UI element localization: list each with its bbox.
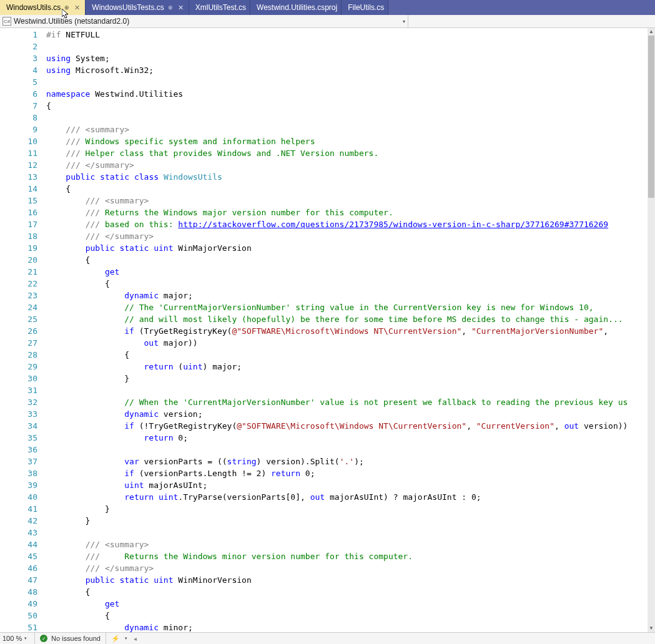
code-line[interactable]: /// <summary> (46, 124, 655, 135)
code-line[interactable]: /// Helper class that provides Windows a… (46, 147, 655, 159)
code-line[interactable]: return 0; (46, 432, 655, 444)
code-line[interactable] (46, 76, 655, 88)
caret-left-icon[interactable]: ◂ (131, 635, 137, 642)
tab-windowsutilstests[interactable]: WindowsUtilsTests.cs ⊕ ✕ (86, 0, 189, 15)
code-line[interactable]: get (46, 266, 655, 278)
code-line[interactable] (46, 527, 655, 539)
code-line[interactable]: /// </summary> (46, 230, 655, 242)
code-line[interactable]: } (46, 503, 655, 515)
close-icon[interactable]: ✕ (177, 4, 185, 12)
code-line[interactable]: var versionParts = ((string) version).Sp… (46, 456, 655, 467)
dropdown-icon[interactable]: ▾ (403, 19, 405, 24)
code-line[interactable]: public static uint WinMajorVersion (46, 242, 655, 254)
line-number-gutter: 1234567891011121314151617181920212223242… (10, 28, 46, 632)
scroll-thumb[interactable] (648, 36, 654, 198)
code-line[interactable]: dynamic version; (46, 408, 655, 420)
code-line[interactable]: } (46, 515, 655, 527)
code-line[interactable]: /// </summary> (46, 562, 655, 574)
code-line[interactable]: out major)) (46, 337, 655, 349)
code-line[interactable]: if (versionParts.Length != 2) return 0; (46, 467, 655, 479)
code-line[interactable]: public static class WindowsUtils (46, 171, 655, 183)
code-surface[interactable]: #if NETFULLusing System;using Microsoft.… (46, 28, 655, 632)
line-number: 36 (10, 444, 37, 456)
line-number: 13 (10, 171, 37, 183)
line-number: 37 (10, 456, 37, 467)
line-number: 9 (10, 124, 37, 135)
csharp-file-icon: C# (2, 17, 11, 26)
code-line[interactable]: /// Returns the Windows minor version nu… (46, 550, 655, 562)
code-line[interactable]: dynamic minor; (46, 622, 655, 632)
member-dropdown[interactable] (408, 15, 655, 27)
code-line[interactable] (46, 41, 655, 52)
code-line[interactable] (46, 112, 655, 124)
code-line[interactable]: uint majorAsUInt; (46, 479, 655, 491)
line-number: 18 (10, 230, 37, 242)
code-line[interactable]: // and will most likely (hopefully) be t… (46, 313, 655, 325)
tab-fileutils[interactable]: FileUtils.cs (342, 0, 388, 15)
code-line[interactable]: #if NETFULL (46, 29, 655, 41)
code-line[interactable]: // When the 'CurrentMajorVersionNumber' … (46, 396, 655, 408)
code-line[interactable]: if (TryGetRegistryKey(@"SOFTWARE\Microso… (46, 325, 655, 337)
code-line[interactable]: if (!TryGetRegistryKey(@"SOFTWARE\Micros… (46, 420, 655, 432)
pin-icon[interactable]: ⊕ (64, 4, 69, 11)
code-line[interactable]: { (46, 610, 655, 622)
line-number: 29 (10, 361, 37, 373)
zoom-dropdown[interactable]: 100 % ▾ (0, 633, 35, 644)
line-number: 10 (10, 135, 37, 147)
outline-margin (0, 28, 10, 632)
pin-icon[interactable]: ⊕ (168, 4, 173, 11)
tab-xmlutilstest[interactable]: XmlUtilsTest.cs (189, 0, 250, 15)
dropdown-icon[interactable]: ▾ (125, 636, 131, 641)
code-line[interactable]: /// Windows specific system and informat… (46, 135, 655, 147)
line-number: 32 (10, 396, 37, 408)
code-line[interactable] (46, 444, 655, 456)
code-line[interactable]: namespace Westwind.Utilities (46, 88, 655, 100)
vertical-scrollbar[interactable]: ▲ ▼ (648, 28, 655, 632)
line-number: 49 (10, 598, 37, 610)
code-line[interactable]: /// Returns the Windows major version nu… (46, 207, 655, 218)
code-line[interactable]: // The 'CurrentMajorVersionNumber' strin… (46, 301, 655, 313)
line-number: 39 (10, 479, 37, 491)
tab-csproj[interactable]: Westwind.Utilities.csproj (250, 0, 342, 15)
line-number: 28 (10, 349, 37, 361)
code-line[interactable] (46, 384, 655, 396)
tab-label: WindowsUtils.cs (6, 3, 61, 12)
code-line[interactable]: { (46, 100, 655, 112)
tab-label: FileUtils.cs (348, 3, 384, 12)
line-number: 23 (10, 290, 37, 301)
code-line[interactable]: { (46, 183, 655, 195)
line-number: 4 (10, 64, 37, 76)
code-editor[interactable]: 1234567891011121314151617181920212223242… (0, 28, 655, 632)
scroll-down-icon[interactable]: ▼ (648, 625, 655, 632)
issues-indicator[interactable]: ✓ No issues found (35, 633, 106, 644)
line-number: 7 (10, 100, 37, 112)
code-line[interactable]: return (uint) major; (46, 361, 655, 373)
line-number: 17 (10, 218, 37, 230)
lightning-icon[interactable]: ⚡ (106, 635, 125, 643)
code-line[interactable]: return uint.TryParse(versionParts[0], ou… (46, 491, 655, 503)
tab-windowsutils[interactable]: WindowsUtils.cs ⊕ ✕ (0, 0, 86, 15)
code-line[interactable]: { (46, 254, 655, 266)
code-line[interactable]: /// based on this: http://stackoverflow.… (46, 218, 655, 230)
code-line[interactable]: /// <summary> (46, 195, 655, 207)
code-line[interactable]: { (46, 586, 655, 598)
line-number: 25 (10, 313, 37, 325)
code-line[interactable]: using System; (46, 52, 655, 64)
close-icon[interactable]: ✕ (73, 4, 81, 12)
code-line[interactable]: /// </summary> (46, 159, 655, 171)
line-number: 21 (10, 266, 37, 278)
code-line[interactable]: get (46, 598, 655, 610)
line-number: 35 (10, 432, 37, 444)
scroll-up-icon[interactable]: ▲ (648, 28, 655, 36)
line-number: 40 (10, 491, 37, 503)
code-line[interactable]: /// <summary> (46, 539, 655, 550)
code-line[interactable]: dynamic major; (46, 290, 655, 301)
code-line[interactable]: using Microsoft.Win32; (46, 64, 655, 76)
code-line[interactable]: } (46, 373, 655, 384)
code-line[interactable]: { (46, 349, 655, 361)
code-line[interactable]: { (46, 278, 655, 290)
scope-dropdown[interactable]: C# Westwind.Utilities (netstandard2.0) ▾ (0, 15, 408, 27)
zoom-value: 100 % (2, 635, 22, 642)
dropdown-icon[interactable]: ▾ (24, 636, 27, 641)
code-line[interactable]: public static uint WinMinorVersion (46, 574, 655, 586)
